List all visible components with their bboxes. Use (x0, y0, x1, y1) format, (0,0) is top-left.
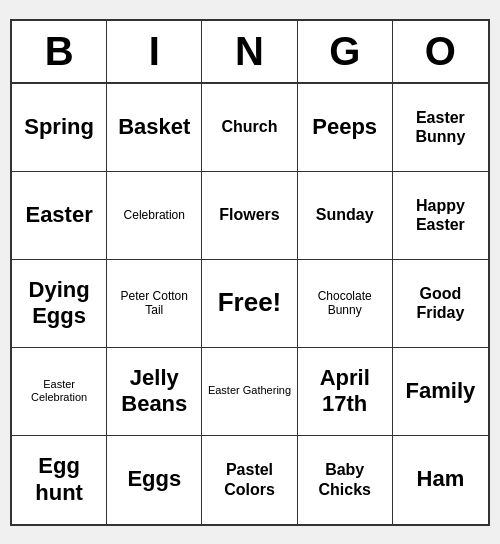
cell-text: Free! (218, 287, 282, 318)
bingo-cell: Ham (393, 436, 488, 524)
header-letter: I (107, 21, 202, 82)
bingo-cell: Peter Cotton Tail (107, 260, 202, 348)
bingo-cell: Family (393, 348, 488, 436)
cell-text: Sunday (316, 205, 374, 224)
cell-text: Easter Bunny (397, 108, 484, 146)
cell-text: Chocolate Bunny (302, 289, 388, 318)
cell-text: Dying Eggs (16, 277, 102, 330)
bingo-cell: Basket (107, 84, 202, 172)
cell-text: Flowers (219, 205, 279, 224)
cell-text: Basket (118, 114, 190, 140)
cell-text: Eggs (127, 466, 181, 492)
bingo-cell: Baby Chicks (298, 436, 393, 524)
header-letter: B (12, 21, 107, 82)
bingo-cell: Peeps (298, 84, 393, 172)
bingo-cell: Spring (12, 84, 107, 172)
bingo-cell: Easter Gathering (202, 348, 297, 436)
header-letter: G (298, 21, 393, 82)
bingo-card: BINGO SpringBasketChurchPeepsEaster Bunn… (10, 19, 490, 526)
bingo-cell: Dying Eggs (12, 260, 107, 348)
bingo-cell: Pastel Colors (202, 436, 297, 524)
cell-text: Easter Celebration (16, 378, 102, 404)
cell-text: Church (221, 117, 277, 136)
bingo-cell: Eggs (107, 436, 202, 524)
header-letter: O (393, 21, 488, 82)
bingo-cell: April 17th (298, 348, 393, 436)
bingo-header: BINGO (12, 21, 488, 84)
cell-text: Happy Easter (397, 196, 484, 234)
bingo-cell: Jelly Beans (107, 348, 202, 436)
bingo-cell: Flowers (202, 172, 297, 260)
bingo-cell: Easter Celebration (12, 348, 107, 436)
bingo-cell: Free! (202, 260, 297, 348)
bingo-cell: Egg hunt (12, 436, 107, 524)
cell-text: Peter Cotton Tail (111, 289, 197, 318)
bingo-cell: Easter Bunny (393, 84, 488, 172)
bingo-grid: SpringBasketChurchPeepsEaster BunnyEaste… (12, 84, 488, 524)
bingo-cell: Chocolate Bunny (298, 260, 393, 348)
bingo-cell: Church (202, 84, 297, 172)
cell-text: Family (406, 378, 476, 404)
cell-text: Easter (25, 202, 92, 228)
bingo-cell: Good Friday (393, 260, 488, 348)
cell-text: Celebration (124, 208, 185, 222)
bingo-cell: Easter (12, 172, 107, 260)
bingo-cell: Celebration (107, 172, 202, 260)
cell-text: Ham (417, 466, 465, 492)
cell-text: Baby Chicks (302, 460, 388, 498)
cell-text: Easter Gathering (208, 384, 291, 397)
cell-text: Good Friday (397, 284, 484, 322)
cell-text: April 17th (302, 365, 388, 418)
cell-text: Egg hunt (16, 453, 102, 506)
bingo-cell: Sunday (298, 172, 393, 260)
bingo-cell: Happy Easter (393, 172, 488, 260)
cell-text: Spring (24, 114, 94, 140)
cell-text: Peeps (312, 114, 377, 140)
cell-text: Pastel Colors (206, 460, 292, 498)
cell-text: Jelly Beans (111, 365, 197, 418)
header-letter: N (202, 21, 297, 82)
